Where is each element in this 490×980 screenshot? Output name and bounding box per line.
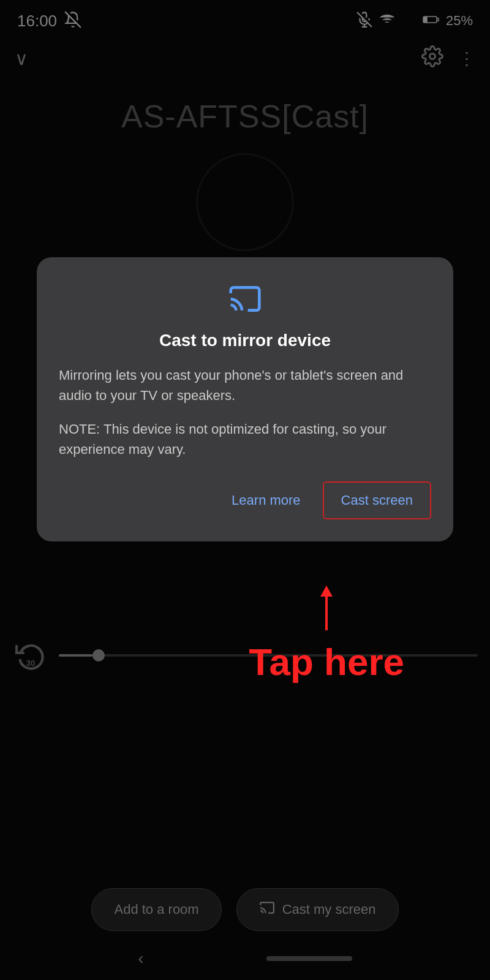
arrow-head [320,586,333,597]
cast-dialog: Cast to mirror device Mirroring lets you… [37,257,453,541]
red-arrow [320,586,333,630]
dialog-title: Cast to mirror device [59,331,431,350]
arrow-line [325,597,328,630]
dialog-body: Mirroring lets you cast your phone's or … [59,365,431,405]
dialog-actions: Learn more Cast screen [59,481,431,519]
tap-here-annotation: Tap here [249,586,404,684]
cast-screen-button[interactable]: Cast screen [323,481,431,519]
dialog-note: NOTE: This device is not optimized for c… [59,419,431,459]
learn-more-button[interactable]: Learn more [222,485,311,516]
cast-icon [228,282,262,316]
cast-icon-container [59,282,431,318]
tap-here-text: Tap here [249,640,404,684]
